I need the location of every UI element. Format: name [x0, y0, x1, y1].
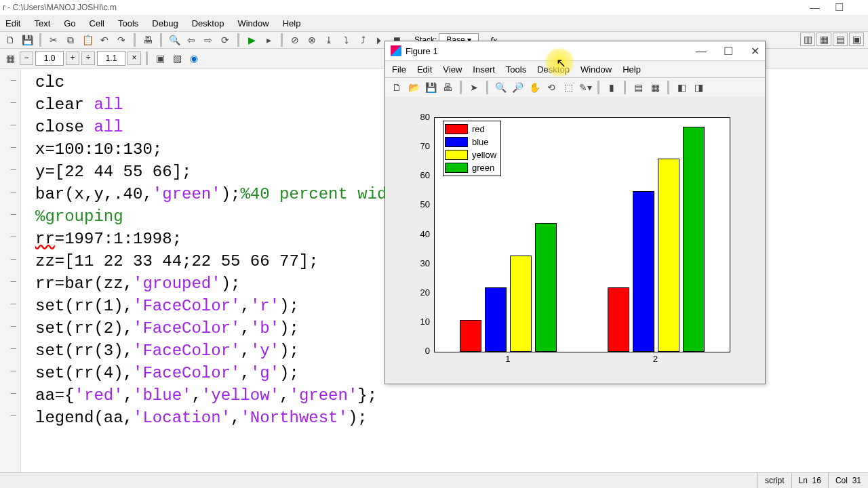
print-icon[interactable]: 🖶 — [140, 33, 155, 47]
fig-grid-icon[interactable]: ▦ — [648, 81, 663, 94]
fig-dock2-icon[interactable]: ◨ — [691, 81, 706, 94]
fig-menu-view[interactable]: View — [443, 64, 462, 75]
legend-item-yellow[interactable]: yellow — [445, 148, 496, 161]
find-icon[interactable]: 🔍 — [167, 33, 182, 47]
statusbar: script Ln 16 Col 31 — [0, 472, 868, 488]
fig-open-icon[interactable]: 📂 — [406, 81, 421, 94]
run-icon[interactable]: ▶ — [244, 33, 259, 47]
decrement1-button[interactable]: − — [20, 52, 33, 65]
gutter: –––––––––––––––– — [0, 68, 21, 475]
fig-legend-icon[interactable]: ▤ — [631, 81, 646, 94]
menu-edit[interactable]: Edit — [5, 18, 20, 28]
fig-zoomout-icon[interactable]: 🔎 — [510, 81, 525, 94]
bar-yellow-2[interactable] — [658, 159, 679, 352]
fig-pan-icon[interactable]: ✋ — [527, 81, 542, 94]
fig-menu-file[interactable]: File — [392, 64, 406, 75]
fig-menu-edit[interactable]: Edit — [417, 64, 432, 75]
legend-item-blue[interactable]: blue — [445, 136, 496, 148]
fig-colorbar-icon[interactable]: ▮ — [604, 81, 619, 94]
publish-icon[interactable]: ▣ — [153, 52, 167, 65]
zoom1-input[interactable] — [35, 51, 64, 66]
legend-swatch — [445, 137, 468, 147]
save-icon[interactable]: 💾 — [20, 33, 35, 47]
menu-tools[interactable]: Tools — [118, 18, 138, 28]
plot-area: redblueyellowgreen 01020304050607080 12 — [385, 97, 765, 384]
forward-icon[interactable]: ⇨ — [201, 33, 216, 47]
ytick: 60 — [412, 170, 430, 180]
menu-desktop[interactable]: Desktop — [192, 18, 224, 28]
xtick: 2 — [645, 354, 665, 364]
fig-menu-tools[interactable]: Tools — [506, 64, 526, 75]
step-icon[interactable]: ⤓ — [321, 33, 336, 47]
fig-save-icon[interactable]: 💾 — [423, 81, 438, 94]
fig-dock1-icon[interactable]: ◧ — [674, 81, 689, 94]
divide-button[interactable]: ÷ — [81, 52, 95, 65]
fig-rotate-icon[interactable]: ⟲ — [544, 81, 559, 94]
multiply-button[interactable]: × — [127, 52, 141, 65]
layout-3-icon[interactable]: ▤ — [833, 33, 848, 46]
run-section-icon[interactable]: ▸ — [261, 33, 276, 47]
fig-menu-desktop[interactable]: Desktop — [537, 64, 570, 75]
step-out-icon[interactable]: ⤴ — [355, 33, 370, 47]
publish2-icon[interactable]: ▨ — [170, 52, 184, 65]
figure-minimize-button[interactable]: — — [696, 45, 707, 57]
bar-green-1[interactable] — [535, 223, 557, 352]
new-file-icon[interactable]: 🗋 — [3, 33, 18, 47]
code-line[interactable]: aa={'red','blue','yellow','green'}; — [35, 384, 860, 407]
axes[interactable]: redblueyellowgreen — [434, 117, 730, 352]
fig-pointer-icon[interactable]: ➤ — [467, 81, 481, 94]
figure-maximize-button[interactable]: ☐ — [724, 45, 733, 57]
fig-menu-help[interactable]: Help — [623, 64, 641, 75]
paste-icon[interactable]: 📋 — [80, 33, 95, 47]
redo-icon[interactable]: ↷ — [114, 33, 129, 47]
figure-close-button[interactable]: ✕ — [751, 45, 760, 57]
breakpoint-icon[interactable]: ⊘ — [288, 33, 302, 47]
legend-item-green[interactable]: green — [445, 161, 496, 174]
clear-breakpoints-icon[interactable]: ⊗ — [304, 33, 319, 47]
fig-zoomin-icon[interactable]: 🔍 — [493, 81, 508, 94]
increment1-button[interactable]: + — [66, 52, 79, 65]
step-in-icon[interactable]: ⤵ — [338, 33, 353, 47]
bar-blue-2[interactable] — [633, 191, 654, 352]
legend-swatch — [445, 163, 468, 173]
fig-new-icon[interactable]: 🗋 — [389, 81, 404, 94]
status-col: Col 31 — [828, 473, 868, 488]
fig-brush-icon[interactable]: ✎▾ — [578, 81, 593, 94]
fig-datacursor-icon[interactable]: ⬚ — [561, 81, 576, 94]
bar-yellow-1[interactable] — [510, 256, 532, 352]
bar-red-2[interactable] — [608, 287, 629, 352]
info-icon[interactable]: ◉ — [186, 52, 201, 65]
legend[interactable]: redblueyellowgreen — [443, 121, 501, 176]
bar-red-1[interactable] — [460, 320, 481, 352]
menu-go[interactable]: Go — [64, 18, 75, 28]
bar-blue-1[interactable] — [485, 287, 507, 352]
undo-icon[interactable]: ↶ — [97, 33, 112, 47]
cut-icon[interactable]: ✂ — [46, 33, 61, 47]
menu-text[interactable]: Text — [34, 18, 50, 28]
maximize-button[interactable]: ☐ — [835, 1, 844, 14]
fig-menu-insert[interactable]: Insert — [473, 64, 495, 75]
layout-1-icon[interactable]: ▥ — [800, 33, 815, 46]
zoom2-input[interactable] — [97, 51, 125, 66]
fig-print-icon[interactable]: 🖶 — [440, 81, 455, 94]
back-icon[interactable]: ⇦ — [184, 33, 199, 47]
cell-icon[interactable]: ▦ — [3, 52, 18, 65]
fig-menu-window[interactable]: Window — [580, 64, 612, 75]
bar-green-2[interactable] — [683, 127, 705, 352]
legend-swatch — [445, 124, 468, 134]
legend-item-red[interactable]: red — [445, 123, 496, 136]
menu-help[interactable]: Help — [283, 18, 301, 28]
layout-4-icon[interactable]: ▣ — [849, 33, 864, 46]
matlab-icon — [391, 45, 401, 56]
minimize-button[interactable]: — — [810, 1, 820, 14]
ytick: 10 — [412, 317, 430, 327]
menu-debug[interactable]: Debug — [152, 18, 178, 28]
copy-icon[interactable]: ⧉ — [63, 33, 78, 47]
code-line[interactable]: legend(aa,'Location','Northwest'); — [35, 407, 860, 429]
menu-window[interactable]: Window — [237, 18, 269, 28]
goto-icon[interactable]: ⟳ — [218, 33, 233, 47]
figure-window[interactable]: Figure 1 — ☐ ✕ FileEditViewInsertToolsDe… — [384, 41, 766, 384]
menu-cell[interactable]: Cell — [90, 18, 104, 28]
figure-titlebar[interactable]: Figure 1 — ☐ ✕ — [385, 41, 765, 61]
layout-2-icon[interactable]: ▦ — [816, 33, 831, 46]
